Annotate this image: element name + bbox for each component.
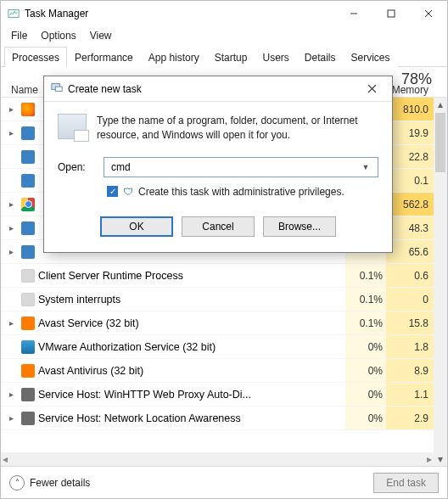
dialog-title: Create new task — [68, 83, 142, 95]
tab-performance[interactable]: Performance — [67, 47, 141, 67]
process-memory: 65.6 — [386, 240, 434, 263]
end-task-button[interactable]: End task — [373, 473, 439, 493]
fewer-details-button[interactable]: ˄ Fewer details — [9, 475, 90, 491]
open-label: Open: — [58, 161, 95, 173]
menubar: File Options View — [1, 26, 447, 45]
window-titlebar: Task Manager — [1, 1, 447, 26]
admin-checkbox[interactable]: ✓ — [107, 186, 118, 197]
app-icon — [21, 126, 35, 140]
process-row[interactable]: Client Server Runtime Process 0.1% 0.6 — [1, 264, 447, 288]
tab-services[interactable]: Services — [344, 47, 398, 67]
app-icon — [21, 150, 35, 164]
process-memory: 22.8 — [386, 145, 434, 168]
column-header-name[interactable]: Name — [11, 84, 38, 96]
process-name: System interrupts — [38, 294, 345, 306]
window-maximize-button[interactable] — [372, 1, 410, 26]
process-cpu: 0% — [345, 383, 386, 406]
menu-options[interactable]: Options — [34, 28, 82, 43]
process-memory: 0.6 — [386, 264, 434, 287]
process-icon — [21, 293, 35, 306]
process-name: Service Host: WinHTTP Web Proxy Auto-Di.… — [38, 389, 345, 401]
admin-checkbox-label: Create this task with administrative pri… — [138, 186, 344, 198]
tab-processes[interactable]: Processes — [4, 47, 67, 67]
ok-button[interactable]: OK — [100, 216, 173, 237]
menu-file[interactable]: File — [4, 28, 34, 43]
window-close-button[interactable] — [410, 1, 447, 26]
app-icon — [21, 245, 35, 259]
process-memory: 8.9 — [386, 359, 434, 382]
process-name: Client Server Runtime Process — [38, 270, 345, 282]
tab-users[interactable]: Users — [255, 47, 296, 67]
service-host-icon — [21, 388, 35, 401]
process-memory: 810.0 — [386, 98, 434, 121]
dialog-titlebar: Create new task — [44, 76, 392, 102]
process-name: VMware Authorization Service (32 bit) — [38, 341, 345, 353]
process-row[interactable]: ▸ Avast Service (32 bit) 0.1% 15.8 — [1, 311, 447, 335]
avast-icon — [21, 364, 35, 378]
horizontal-scrollbar[interactable]: ◂▸ — [1, 452, 434, 466]
process-row[interactable]: VMware Authorization Service (32 bit) 0%… — [1, 335, 447, 359]
tabbar: Processes Performance App history Startu… — [1, 45, 447, 67]
tab-app-history[interactable]: App history — [141, 47, 207, 67]
run-program-icon — [58, 114, 87, 139]
expand-icon[interactable]: ▸ — [4, 413, 18, 423]
process-memory: 0 — [386, 288, 434, 311]
dialog-description: Type the name of a program, folder, docu… — [97, 114, 378, 143]
vmware-icon — [21, 340, 35, 354]
chevron-down-icon[interactable]: ▼ — [359, 163, 372, 171]
process-row[interactable]: ▸ Service Host: WinHTTP Web Proxy Auto-D… — [1, 383, 447, 406]
svg-rect-2 — [388, 10, 395, 17]
run-dialog-icon — [51, 81, 63, 96]
process-memory: 48.3 — [386, 216, 434, 239]
process-icon — [21, 269, 35, 283]
app-icon — [21, 174, 35, 188]
open-combobox[interactable]: ▼ — [104, 157, 378, 177]
process-row[interactable]: ▸ Service Host: Network Location Awarene… — [1, 406, 447, 430]
process-cpu: 0.1% — [345, 264, 386, 287]
vertical-scrollbar[interactable]: ▴ ▾ — [434, 98, 447, 466]
tab-startup[interactable]: Startup — [207, 47, 255, 67]
process-cpu: 0% — [345, 406, 386, 429]
column-header-memory[interactable]: Memory — [392, 84, 428, 96]
shield-icon: 🛡 — [123, 186, 133, 198]
process-memory: 1.1 — [386, 383, 434, 406]
process-name: Service Host: Network Location Awareness — [38, 412, 345, 424]
process-memory: 0.1 — [386, 169, 434, 192]
process-cpu: 0.1% — [345, 311, 386, 334]
task-manager-icon — [8, 8, 20, 20]
tab-details[interactable]: Details — [297, 47, 344, 67]
chevron-up-icon: ˄ — [9, 475, 25, 491]
process-memory: 15.8 — [386, 311, 434, 334]
menu-view[interactable]: View — [83, 28, 119, 43]
create-new-task-dialog: Create new task Type the name of a progr… — [43, 76, 393, 253]
app-icon — [21, 221, 35, 235]
process-memory: 562.8 — [386, 193, 434, 216]
browse-button[interactable]: Browse... — [263, 216, 336, 237]
dialog-close-button[interactable] — [358, 79, 385, 99]
expand-icon[interactable]: ▸ — [4, 223, 18, 233]
firefox-icon — [21, 103, 35, 116]
open-input[interactable] — [109, 160, 359, 174]
process-memory: 2.9 — [386, 406, 434, 429]
window-minimize-button[interactable] — [335, 1, 372, 26]
service-host-icon — [21, 412, 35, 425]
scroll-thumb[interactable] — [435, 113, 445, 172]
expand-icon[interactable]: ▸ — [4, 128, 18, 137]
expand-icon[interactable]: ▸ — [4, 318, 18, 328]
expand-icon[interactable]: ▸ — [4, 247, 18, 256]
avast-icon — [21, 317, 35, 330]
process-row[interactable]: Avast Antivirus (32 bit) 0% 8.9 — [1, 359, 447, 383]
footer: ˄ Fewer details End task — [1, 466, 447, 498]
window-title: Task Manager — [25, 8, 88, 20]
expand-icon[interactable]: ▸ — [4, 104, 18, 114]
scroll-down-icon[interactable]: ▾ — [434, 452, 447, 466]
process-row[interactable]: System interrupts 0.1% 0 — [1, 288, 447, 311]
process-cpu: 0% — [345, 359, 386, 382]
fewer-details-label: Fewer details — [30, 477, 90, 489]
cancel-button[interactable]: Cancel — [182, 216, 255, 237]
process-memory: 1.8 — [386, 335, 434, 358]
expand-icon[interactable]: ▸ — [4, 390, 18, 399]
scroll-up-icon[interactable]: ▴ — [434, 98, 447, 111]
expand-icon[interactable]: ▸ — [4, 199, 18, 209]
process-cpu: 0% — [345, 335, 386, 358]
